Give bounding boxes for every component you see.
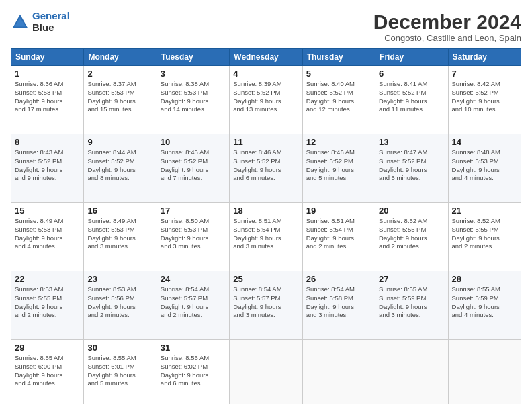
weekday-header: Tuesday xyxy=(157,49,229,66)
day-info: Sunrise: 8:36 AMSunset: 5:53 PMDaylight:… xyxy=(15,80,80,114)
day-info: Sunrise: 8:49 AMSunset: 5:53 PMDaylight:… xyxy=(15,217,80,251)
day-number: 9 xyxy=(87,137,152,147)
page: General Blue December 2024 Congosto, Cas… xyxy=(0,0,532,411)
calendar-cell xyxy=(375,339,448,404)
calendar-cell: 12Sunrise: 8:46 AMSunset: 5:52 PMDayligh… xyxy=(302,134,375,202)
day-number: 18 xyxy=(233,205,298,216)
day-info: Sunrise: 8:53 AMSunset: 5:55 PMDaylight:… xyxy=(15,285,80,320)
calendar-cell: 25Sunrise: 8:54 AMSunset: 5:57 PMDayligh… xyxy=(230,271,302,339)
weekday-header: Sunday xyxy=(11,49,84,66)
day-number: 26 xyxy=(306,274,371,284)
day-number: 2 xyxy=(87,68,152,79)
day-number: 4 xyxy=(233,68,298,79)
calendar-cell: 18Sunrise: 8:51 AMSunset: 5:54 PMDayligh… xyxy=(230,202,302,271)
title-block: December 2024 Congosto, Castille and Leo… xyxy=(373,11,521,43)
day-info: Sunrise: 8:55 AMSunset: 5:59 PMDaylight:… xyxy=(452,285,517,320)
month-title: December 2024 xyxy=(373,11,521,33)
day-info: Sunrise: 8:56 AMSunset: 6:02 PMDaylight:… xyxy=(161,354,226,388)
calendar-cell: 20Sunrise: 8:52 AMSunset: 5:55 PMDayligh… xyxy=(375,202,448,271)
day-info: Sunrise: 8:54 AMSunset: 5:58 PMDaylight:… xyxy=(306,285,371,320)
day-number: 17 xyxy=(161,205,226,216)
day-number: 25 xyxy=(233,274,298,284)
calendar-cell: 31Sunrise: 8:56 AMSunset: 6:02 PMDayligh… xyxy=(157,339,229,404)
day-info: Sunrise: 8:55 AMSunset: 6:01 PMDaylight:… xyxy=(87,354,152,388)
calendar-cell: 10Sunrise: 8:45 AMSunset: 5:52 PMDayligh… xyxy=(157,134,229,202)
day-number: 30 xyxy=(87,342,152,353)
logo-icon xyxy=(11,13,30,32)
calendar-cell: 28Sunrise: 8:55 AMSunset: 5:59 PMDayligh… xyxy=(448,271,521,339)
weekday-header: Saturday xyxy=(448,49,521,66)
day-number: 8 xyxy=(15,137,80,147)
day-info: Sunrise: 8:55 AMSunset: 5:59 PMDaylight:… xyxy=(379,285,444,320)
day-number: 22 xyxy=(15,274,80,284)
header: General Blue December 2024 Congosto, Cas… xyxy=(11,11,521,43)
calendar-cell: 8Sunrise: 8:43 AMSunset: 5:52 PMDaylight… xyxy=(11,134,84,202)
day-info: Sunrise: 8:40 AMSunset: 5:52 PMDaylight:… xyxy=(306,80,371,114)
calendar-cell: 13Sunrise: 8:47 AMSunset: 5:52 PMDayligh… xyxy=(375,134,448,202)
calendar-cell xyxy=(302,339,375,404)
day-info: Sunrise: 8:51 AMSunset: 5:54 PMDaylight:… xyxy=(306,217,371,251)
day-number: 31 xyxy=(161,342,226,353)
calendar-cell: 26Sunrise: 8:54 AMSunset: 5:58 PMDayligh… xyxy=(302,271,375,339)
calendar-cell: 23Sunrise: 8:53 AMSunset: 5:56 PMDayligh… xyxy=(84,271,157,339)
calendar-cell: 21Sunrise: 8:52 AMSunset: 5:55 PMDayligh… xyxy=(448,202,521,271)
location: Congosto, Castille and Leon, Spain xyxy=(373,33,521,43)
calendar-cell: 1Sunrise: 8:36 AMSunset: 5:53 PMDaylight… xyxy=(11,66,84,134)
day-number: 19 xyxy=(306,205,371,216)
day-number: 16 xyxy=(87,205,152,216)
day-number: 1 xyxy=(15,68,80,79)
weekday-header: Monday xyxy=(84,49,157,66)
weekday-header: Friday xyxy=(375,49,448,66)
day-info: Sunrise: 8:41 AMSunset: 5:52 PMDaylight:… xyxy=(379,80,444,114)
day-number: 3 xyxy=(161,68,226,79)
calendar-table: SundayMondayTuesdayWednesdayThursdayFrid… xyxy=(11,48,521,404)
day-number: 6 xyxy=(379,68,444,79)
calendar-cell: 5Sunrise: 8:40 AMSunset: 5:52 PMDaylight… xyxy=(302,66,375,134)
weekday-header: Thursday xyxy=(302,49,375,66)
day-info: Sunrise: 8:53 AMSunset: 5:56 PMDaylight:… xyxy=(87,285,152,320)
day-info: Sunrise: 8:37 AMSunset: 5:53 PMDaylight:… xyxy=(87,80,152,114)
calendar-cell: 4Sunrise: 8:39 AMSunset: 5:52 PMDaylight… xyxy=(230,66,302,134)
day-info: Sunrise: 8:46 AMSunset: 5:52 PMDaylight:… xyxy=(306,148,371,183)
day-number: 29 xyxy=(15,342,80,353)
calendar-cell: 19Sunrise: 8:51 AMSunset: 5:54 PMDayligh… xyxy=(302,202,375,271)
day-number: 15 xyxy=(15,205,80,216)
calendar-cell: 14Sunrise: 8:48 AMSunset: 5:53 PMDayligh… xyxy=(448,134,521,202)
logo-text: General Blue xyxy=(32,11,70,33)
calendar-cell: 24Sunrise: 8:54 AMSunset: 5:57 PMDayligh… xyxy=(157,271,229,339)
calendar-cell: 2Sunrise: 8:37 AMSunset: 5:53 PMDaylight… xyxy=(84,66,157,134)
day-info: Sunrise: 8:48 AMSunset: 5:53 PMDaylight:… xyxy=(452,148,517,183)
day-info: Sunrise: 8:50 AMSunset: 5:53 PMDaylight:… xyxy=(161,217,226,251)
calendar-cell: 16Sunrise: 8:49 AMSunset: 5:53 PMDayligh… xyxy=(84,202,157,271)
day-number: 14 xyxy=(452,137,517,147)
calendar-cell: 27Sunrise: 8:55 AMSunset: 5:59 PMDayligh… xyxy=(375,271,448,339)
day-number: 28 xyxy=(452,274,517,284)
day-info: Sunrise: 8:51 AMSunset: 5:54 PMDaylight:… xyxy=(233,217,298,251)
day-number: 7 xyxy=(452,68,517,79)
day-info: Sunrise: 8:52 AMSunset: 5:55 PMDaylight:… xyxy=(379,217,444,251)
day-info: Sunrise: 8:47 AMSunset: 5:52 PMDaylight:… xyxy=(379,148,444,183)
calendar-cell: 15Sunrise: 8:49 AMSunset: 5:53 PMDayligh… xyxy=(11,202,84,271)
calendar-cell xyxy=(448,339,521,404)
calendar-cell: 7Sunrise: 8:42 AMSunset: 5:52 PMDaylight… xyxy=(448,66,521,134)
calendar-cell: 11Sunrise: 8:46 AMSunset: 5:52 PMDayligh… xyxy=(230,134,302,202)
day-info: Sunrise: 8:42 AMSunset: 5:52 PMDaylight:… xyxy=(452,80,517,114)
day-info: Sunrise: 8:38 AMSunset: 5:53 PMDaylight:… xyxy=(161,80,226,114)
calendar-cell: 17Sunrise: 8:50 AMSunset: 5:53 PMDayligh… xyxy=(157,202,229,271)
calendar-cell: 6Sunrise: 8:41 AMSunset: 5:52 PMDaylight… xyxy=(375,66,448,134)
day-number: 10 xyxy=(161,137,226,147)
day-info: Sunrise: 8:44 AMSunset: 5:52 PMDaylight:… xyxy=(87,148,152,183)
day-number: 13 xyxy=(379,137,444,147)
calendar-cell: 29Sunrise: 8:55 AMSunset: 6:00 PMDayligh… xyxy=(11,339,84,404)
day-info: Sunrise: 8:45 AMSunset: 5:52 PMDaylight:… xyxy=(161,148,226,183)
calendar-cell: 9Sunrise: 8:44 AMSunset: 5:52 PMDaylight… xyxy=(84,134,157,202)
day-number: 24 xyxy=(161,274,226,284)
day-info: Sunrise: 8:54 AMSunset: 5:57 PMDaylight:… xyxy=(233,285,298,320)
day-info: Sunrise: 8:49 AMSunset: 5:53 PMDaylight:… xyxy=(87,217,152,251)
day-number: 20 xyxy=(379,205,444,216)
day-info: Sunrise: 8:55 AMSunset: 6:00 PMDaylight:… xyxy=(15,354,80,388)
calendar-cell: 3Sunrise: 8:38 AMSunset: 5:53 PMDaylight… xyxy=(157,66,229,134)
logo: General Blue xyxy=(11,11,70,33)
day-info: Sunrise: 8:43 AMSunset: 5:52 PMDaylight:… xyxy=(15,148,80,183)
calendar-cell: 30Sunrise: 8:55 AMSunset: 6:01 PMDayligh… xyxy=(84,339,157,404)
